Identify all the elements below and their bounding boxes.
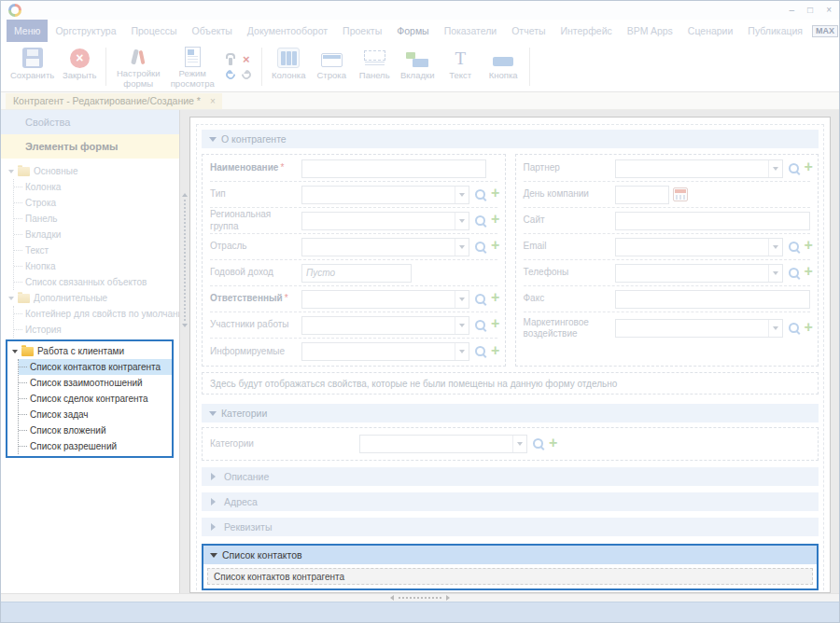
minimize-button[interactable]: – (790, 6, 795, 15)
tree-item-panel[interactable]: Панель (14, 211, 179, 227)
tree-item-permissions-list[interactable]: Список разрешений (19, 438, 172, 454)
name-input[interactable] (301, 159, 486, 178)
contacts-list-element[interactable]: Список контактов контрагента (207, 568, 813, 585)
document-tab-close-icon[interactable]: × (210, 96, 216, 106)
tab-forms[interactable]: Формы (389, 20, 436, 42)
type-input[interactable] (302, 187, 455, 203)
close-button[interactable]: × (826, 6, 832, 15)
phones-combobox[interactable] (615, 264, 783, 283)
tab-reports[interactable]: Отчеты (504, 20, 553, 42)
work-participants-input[interactable] (302, 317, 455, 334)
industry-combobox[interactable] (301, 238, 469, 256)
informed-combobox[interactable] (301, 342, 469, 361)
section-header-description[interactable]: Описание (202, 467, 819, 486)
categories-combobox[interactable] (359, 435, 527, 453)
add-icon[interactable] (490, 214, 502, 228)
tree-item-default-properties-container[interactable]: Контейнер для свойств по умолчанию (14, 306, 179, 322)
chevron-down-icon[interactable] (455, 187, 469, 203)
search-icon[interactable] (474, 345, 487, 358)
add-icon[interactable] (804, 161, 816, 175)
add-icon[interactable] (804, 322, 816, 336)
email-combobox[interactable] (615, 238, 783, 256)
section-header-addresses[interactable]: Адреса (202, 492, 819, 511)
collapse-arrow-icon[interactable] (210, 553, 217, 561)
add-row-button[interactable]: Строка (310, 44, 353, 90)
expand-arrow-icon[interactable] (12, 350, 18, 356)
partner-combobox[interactable] (615, 159, 783, 178)
search-icon[interactable] (788, 322, 801, 335)
folder-basic[interactable]: Основные (1, 163, 179, 179)
search-icon[interactable] (474, 215, 487, 228)
type-combobox[interactable] (301, 186, 469, 204)
chevron-down-icon[interactable] (768, 239, 782, 256)
document-tab[interactable]: Контрагент - Редактирование/Создание * × (6, 93, 222, 109)
chevron-down-icon[interactable] (768, 320, 782, 337)
sidebar-panel-properties[interactable]: Свойства (1, 110, 179, 134)
add-icon[interactable] (490, 240, 502, 254)
informed-input[interactable] (302, 343, 455, 360)
search-icon[interactable] (788, 267, 801, 280)
tree-item-button[interactable]: Кнопка (14, 258, 179, 274)
expand-arrow-icon[interactable] (8, 297, 14, 303)
tree-item-related-objects-list[interactable]: Список связанных объектов (14, 274, 179, 290)
add-icon[interactable] (490, 345, 502, 359)
responsible-input[interactable] (302, 291, 455, 308)
expand-arrow-icon[interactable] (8, 170, 14, 176)
tree-item-attachments-list[interactable]: Список вложений (19, 422, 172, 438)
tab-publication[interactable]: Публикация (740, 20, 810, 42)
add-icon[interactable] (490, 292, 502, 306)
tree-item-relationships-list[interactable]: Список взаимоотношений (19, 375, 172, 391)
tab-scenarios[interactable]: Сценарии (680, 20, 741, 42)
tab-menu[interactable]: Меню (7, 20, 48, 42)
expand-arrow-icon[interactable] (211, 498, 219, 505)
folder-additional[interactable]: Дополнительные (1, 290, 179, 306)
sidebar-panel-form-elements[interactable]: Элементы формы (1, 134, 179, 159)
collapse-arrow-icon[interactable] (209, 137, 217, 145)
phones-input[interactable] (616, 265, 768, 282)
horizontal-splitter[interactable] (1, 593, 839, 602)
tab-processes[interactable]: Процессы (123, 20, 184, 42)
tree-item-tasks-list[interactable]: Список задач (19, 407, 172, 422)
add-column-button[interactable]: Колонка (267, 44, 310, 90)
tree-item-row[interactable]: Строка (14, 195, 179, 211)
delete-button[interactable] (239, 53, 253, 66)
regional-group-input[interactable] (302, 213, 455, 229)
section-header-contacts[interactable]: Список контактов (203, 546, 817, 564)
section-header-categories[interactable]: Категории (202, 404, 819, 422)
chevron-down-icon[interactable] (512, 436, 526, 452)
add-icon[interactable] (490, 187, 502, 201)
tab-indicators[interactable]: Показатели (437, 20, 505, 42)
sidebar-splitter[interactable] (181, 190, 188, 330)
preview-mode-button[interactable]: Режим просмотра (165, 44, 219, 90)
chevron-down-icon[interactable] (455, 317, 469, 334)
chevron-down-icon[interactable] (768, 265, 782, 282)
responsible-combobox[interactable] (301, 290, 469, 309)
tree-item-column[interactable]: Колонка (14, 179, 179, 195)
tree-item-deals-list[interactable]: Список сделок контрагента (19, 391, 172, 407)
categories-input[interactable] (360, 436, 512, 452)
add-text-button[interactable]: T Текст (439, 44, 482, 90)
add-button-button[interactable]: Кнопка (482, 44, 525, 90)
chevron-down-icon[interactable] (455, 239, 469, 256)
email-input[interactable] (616, 239, 768, 256)
search-icon[interactable] (532, 437, 545, 450)
chevron-down-icon[interactable] (455, 291, 469, 308)
wrench-button[interactable] (223, 53, 237, 66)
calendar-icon[interactable] (673, 187, 688, 201)
tree-item-history[interactable]: История (14, 322, 179, 338)
work-participants-combobox[interactable] (301, 316, 469, 335)
search-icon[interactable] (788, 241, 801, 254)
annual-income-input[interactable] (301, 264, 412, 283)
add-panel-button[interactable]: Панель (353, 44, 396, 90)
fax-input[interactable] (615, 290, 811, 309)
chevron-down-icon[interactable] (768, 160, 782, 177)
tab-objects[interactable]: Объекты (185, 20, 240, 42)
tab-bpm-apps[interactable]: BPM Apps (620, 20, 680, 42)
tree-item-tabs[interactable]: Вкладки (14, 227, 179, 242)
tab-projects[interactable]: Проекты (335, 20, 389, 42)
undo-button[interactable] (223, 68, 237, 81)
partner-input[interactable] (616, 160, 768, 177)
search-icon[interactable] (474, 293, 487, 306)
marketing-impact-combobox[interactable] (615, 319, 783, 338)
close-form-button[interactable]: Закрыть (58, 44, 101, 90)
